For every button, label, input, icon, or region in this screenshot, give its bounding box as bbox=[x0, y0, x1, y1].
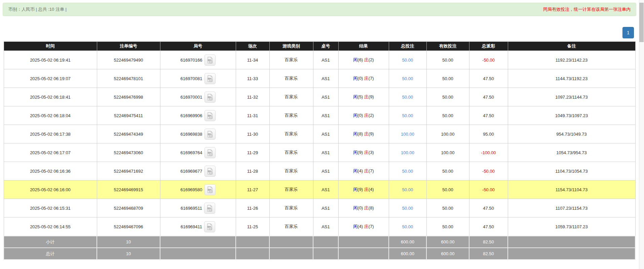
total-bet-link[interactable]: 50.00 bbox=[402, 206, 413, 211]
player-result-label: 闲 bbox=[353, 113, 357, 118]
total-bet-link[interactable]: 50.00 bbox=[402, 76, 413, 81]
cell-valid-bet: 100.00 bbox=[426, 125, 469, 143]
table-row: 2025-05-02 06:19:07 522469478101 6169700… bbox=[4, 69, 635, 88]
cell-bet-id: 522469468709 bbox=[97, 199, 160, 217]
player-result-score: (4) bbox=[357, 168, 363, 173]
cell-result: 闲(9) 庄(3) bbox=[338, 143, 389, 162]
cell-time: 2025-05-02 06:17:38 bbox=[4, 125, 97, 143]
cell-session: 11-28 bbox=[236, 162, 269, 180]
cell-total-bet: 50.00 bbox=[389, 88, 426, 106]
cell-total-bet: 100.00 bbox=[389, 143, 426, 162]
player-result-label: 闲 bbox=[353, 205, 357, 210]
cell-time: 2025-05-02 06:18:04 bbox=[4, 106, 97, 125]
cell-table-id: AS1 bbox=[313, 88, 338, 106]
cell-bet-id: 522469474349 bbox=[97, 125, 160, 143]
cell-valid-bet: 50.00 bbox=[426, 88, 469, 106]
cell-remark: 1107.23/1154.73 bbox=[508, 199, 635, 217]
header-session: 场次 bbox=[236, 42, 269, 51]
video-replay-button[interactable] bbox=[204, 129, 216, 140]
cell-remark: 1059.73/1107.23 bbox=[508, 217, 635, 236]
cell-round-id: 616969838 bbox=[160, 125, 236, 143]
cell-round-id: 616969511 bbox=[160, 199, 236, 217]
cell-payout: 95.00 bbox=[469, 125, 508, 143]
cell-valid-bet: 50.00 bbox=[426, 51, 469, 69]
table-row: 2025-05-02 06:15:31 522469468709 6169695… bbox=[4, 199, 635, 217]
video-replay-button[interactable] bbox=[204, 55, 216, 66]
video-replay-button[interactable] bbox=[204, 221, 215, 232]
cell-game-type: 百家乐 bbox=[269, 162, 313, 180]
header-game-type: 游戏类别 bbox=[269, 42, 313, 51]
cell-time: 2025-05-02 06:16:00 bbox=[4, 180, 97, 199]
cell-total-bet: 50.00 bbox=[389, 199, 426, 217]
total-bet-link[interactable]: 50.00 bbox=[402, 224, 413, 229]
cell-game-type: 百家乐 bbox=[269, 180, 313, 199]
banker-result-label: 庄 bbox=[364, 224, 369, 229]
cell-remark: 1049.73/1097.23 bbox=[508, 106, 635, 125]
video-file-icon bbox=[206, 131, 214, 138]
cell-table-id: AS1 bbox=[313, 180, 338, 199]
header-bet-id: 注单编号 bbox=[97, 42, 160, 51]
cell-time: 2025-05-02 06:18:41 bbox=[4, 88, 97, 106]
cell-game-type: 百家乐 bbox=[269, 199, 313, 217]
total-bet-link[interactable]: 50.00 bbox=[402, 95, 413, 100]
cell-session: 11-34 bbox=[236, 51, 269, 69]
cell-total-bet: 50.00 bbox=[389, 106, 426, 125]
header-result: 结果 bbox=[338, 42, 389, 51]
cell-payout: 47.50 bbox=[469, 199, 508, 217]
total-bet-link[interactable]: 50.00 bbox=[402, 113, 413, 118]
player-result-label: 闲 bbox=[353, 224, 357, 229]
cell-game-type: 百家乐 bbox=[269, 217, 313, 236]
cell-valid-bet: 50.00 bbox=[426, 180, 469, 199]
cell-game-type: 百家乐 bbox=[269, 106, 313, 125]
round-id-text: 616969906 bbox=[180, 113, 202, 118]
cell-result: 闲(4) 庄(7) bbox=[338, 217, 389, 236]
cell-game-type: 百家乐 bbox=[269, 88, 313, 106]
cell-payout: -50.00 bbox=[469, 51, 508, 69]
vertical-scrollbar-track[interactable] bbox=[639, 0, 644, 269]
video-replay-button[interactable] bbox=[204, 110, 216, 121]
cell-payout: 47.50 bbox=[469, 88, 508, 106]
video-replay-button[interactable] bbox=[204, 73, 216, 84]
total-bet-link[interactable]: 100.00 bbox=[401, 132, 414, 137]
cell-game-type: 百家乐 bbox=[269, 143, 313, 162]
cell-table-id: AS1 bbox=[313, 106, 338, 125]
video-file-icon bbox=[206, 205, 213, 212]
cell-session: 11-31 bbox=[236, 106, 269, 125]
grand-total-count: 10 bbox=[97, 248, 160, 260]
banker-result-label: 庄 bbox=[364, 94, 369, 99]
cell-round-id: 616970166 bbox=[160, 51, 236, 69]
total-bet-link[interactable]: 50.00 bbox=[402, 169, 413, 174]
cell-round-id: 616969580 bbox=[160, 180, 236, 199]
cell-table-id: AS1 bbox=[313, 162, 338, 180]
cell-payout: -100.00 bbox=[469, 143, 508, 162]
video-replay-button[interactable] bbox=[204, 203, 215, 214]
video-replay-button[interactable] bbox=[204, 147, 216, 158]
header-remark: 备注 bbox=[508, 42, 635, 51]
header-table-id: 桌号 bbox=[313, 42, 338, 51]
banker-result-label: 庄 bbox=[364, 168, 369, 173]
cell-result: 闲(0) 庄(8) bbox=[338, 199, 389, 217]
video-replay-button[interactable] bbox=[204, 92, 216, 103]
round-id-text: 616969511 bbox=[181, 206, 202, 211]
player-result-label: 闲 bbox=[353, 131, 357, 136]
table-row: 2025-05-02 06:16:00 522469469915 6169695… bbox=[4, 180, 635, 199]
cell-bet-id: 522469469915 bbox=[97, 180, 160, 199]
vertical-scrollbar-thumb[interactable] bbox=[639, 3, 644, 42]
video-replay-button[interactable] bbox=[204, 166, 216, 177]
subtotal-row: 小计 10 600.00 600.00 82.50 bbox=[4, 236, 635, 248]
total-bet-link[interactable]: 100.00 bbox=[401, 150, 414, 155]
banker-result-score: (7) bbox=[369, 168, 374, 173]
table-row: 2025-05-02 06:18:41 522469476998 6169700… bbox=[4, 88, 635, 106]
total-bet-link[interactable]: 50.00 bbox=[402, 187, 413, 192]
header-time: 时间 bbox=[4, 42, 97, 51]
cell-session: 11-33 bbox=[236, 69, 269, 88]
cell-game-type: 百家乐 bbox=[269, 125, 313, 143]
total-bet-link[interactable]: 50.00 bbox=[402, 58, 413, 63]
banker-result-score: (2) bbox=[369, 57, 374, 62]
cell-session: 11-26 bbox=[236, 199, 269, 217]
page-1-button[interactable]: 1 bbox=[622, 27, 634, 38]
player-result-label: 闲 bbox=[353, 187, 357, 192]
cell-bet-id: 522469475411 bbox=[97, 106, 160, 125]
video-replay-button[interactable] bbox=[204, 184, 216, 195]
cell-remark: 1097.23/1144.73 bbox=[508, 88, 635, 106]
